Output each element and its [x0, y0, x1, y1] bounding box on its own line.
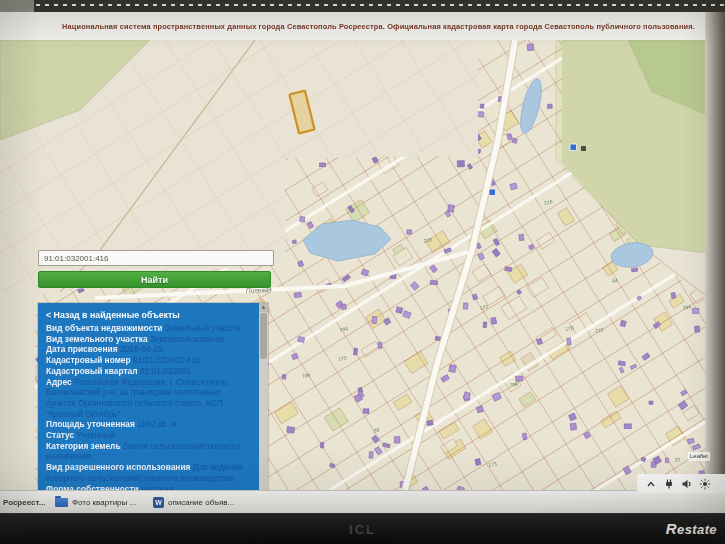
field-label: Вид земельного участка — [46, 334, 148, 344]
field-label: Кадастровый номер — [46, 355, 131, 365]
page-title: Национальная система пространственных да… — [0, 22, 695, 31]
field-label: Площадь уточненная — [46, 419, 135, 429]
folder-icon — [55, 498, 68, 507]
scroll-up-icon[interactable]: ▲ — [259, 303, 268, 312]
taskbar: Росреест... Фото квартиры ... W описание… — [0, 490, 725, 513]
screen: Национальная система пространственных да… — [0, 0, 725, 513]
leaflet-attribution[interactable]: Leaflet — [688, 452, 710, 461]
back-to-results-link[interactable]: < Назад в найденные объекты — [46, 310, 252, 321]
photo-right-edge — [705, 12, 725, 474]
monitor-brand-logo: ICL — [349, 522, 376, 537]
info-field: Кадастровый номер 91:01:032001:416 — [46, 355, 252, 366]
field-value: 91:01:032001 — [140, 366, 191, 376]
field-value: 2019-04-25 — [120, 344, 163, 354]
site-header: Национальная система пространственных да… — [0, 12, 725, 40]
restate-watermark: Restate — [666, 520, 717, 537]
monitor-photo: Национальная система пространственных да… — [0, 0, 725, 544]
field-label: Адрес — [46, 377, 72, 387]
field-value: 91:01:032001:416 — [133, 355, 201, 365]
browser-top-strip — [0, 0, 725, 12]
plug-icon[interactable] — [663, 478, 675, 490]
panel-scrollbar[interactable]: ▲ — [259, 303, 268, 490]
taskbar-item-photos-folder[interactable]: Фото квартиры ... — [55, 495, 136, 510]
info-field: Адрес Российская Федерация, г. Севастопо… — [46, 377, 252, 420]
info-field: Вид земельного участка Землепользование — [46, 334, 252, 345]
scroll-thumb[interactable] — [260, 313, 267, 359]
field-value: 1982 кв. м — [137, 419, 176, 429]
field-label: Дата присвоения — [46, 344, 118, 354]
field-label: Категория земель — [46, 441, 121, 451]
field-label: Вид разрешенного использования — [46, 462, 190, 472]
object-info-panel: < Назад в найденные объекты Вид объекта … — [38, 303, 268, 490]
field-label: Статус — [46, 430, 74, 440]
field-value: Землепользование — [150, 334, 225, 344]
brightness-icon[interactable] — [699, 478, 711, 490]
info-field: Дата присвоения 2019-04-25 — [46, 344, 252, 355]
dotted-divider — [36, 4, 725, 6]
system-tray — [637, 474, 725, 493]
info-field: Статус Учтенный — [46, 430, 252, 441]
info-field: Кадастровый квартал 91:01:032001 — [46, 366, 252, 377]
taskbar-item-word-doc[interactable]: W описание объяв... — [153, 495, 234, 510]
top-left-chip — [0, 0, 34, 12]
info-field: Площадь уточненная 1982 кв. м — [46, 419, 252, 430]
taskbar-item-rosreestr[interactable]: Росреест... — [3, 495, 45, 510]
field-value: Земельный участок — [165, 323, 241, 333]
find-button[interactable]: Найти — [38, 271, 271, 288]
word-icon: W — [153, 497, 164, 508]
taskbar-item-label: Фото квартиры ... — [72, 498, 136, 507]
monitor-bezel: ICL Restate — [0, 513, 725, 544]
info-field: Категория земель Земли сельскохозяйствен… — [46, 441, 252, 462]
field-label: Кадастровый квартал — [46, 366, 138, 376]
info-field: Вид разрешенного использования Для веден… — [46, 462, 252, 483]
taskbar-item-label: описание объяв... — [168, 498, 234, 507]
chevron-up-icon[interactable] — [645, 478, 657, 490]
road-sign-marker[interactable] — [489, 189, 496, 196]
speaker-icon[interactable] — [681, 478, 693, 490]
road-sign-marker[interactable] — [570, 144, 577, 151]
field-label: Вид объекта недвижимости — [46, 323, 162, 333]
field-value: Учтенный — [77, 430, 115, 440]
poi-marker — [581, 146, 586, 151]
search-input[interactable] — [38, 250, 274, 266]
object-fields: Вид объекта недвижимости Земельный участ… — [46, 323, 252, 490]
taskbar-item-label: Росреест... — [3, 498, 45, 507]
field-value: Российская Федерация, г. Севастополь, Ба… — [46, 377, 229, 419]
info-field: Вид объекта недвижимости Земельный участ… — [46, 323, 252, 334]
